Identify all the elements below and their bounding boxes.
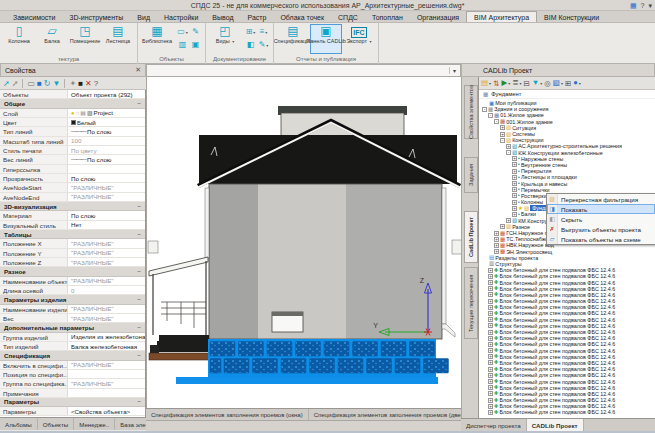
menu-tab-зависимости[interactable]: Зависимости xyxy=(6,11,62,22)
current-element-row[interactable]: ▦ Фундамент xyxy=(479,90,655,99)
views-button[interactable]: ◰Виды ▾ xyxy=(209,24,241,54)
object-block-icon[interactable]: ▣ xyxy=(189,38,202,51)
menu-tab-облака-точек[interactable]: Облака точек xyxy=(273,11,331,22)
collapse-icon[interactable]: − xyxy=(137,231,141,238)
property-value[interactable]: 0 xyxy=(68,286,145,294)
select-add-icon[interactable]: ➚ xyxy=(3,78,10,89)
property-value[interactable]: ———По слою xyxy=(68,155,145,163)
property-value[interactable]: "РАЗЛИЧНЫЕ" xyxy=(68,193,145,201)
collapse-all-icon[interactable]: ⊟ xyxy=(524,78,530,89)
stair-button[interactable]: ▤Лестница xyxy=(102,24,134,54)
property-value[interactable] xyxy=(68,370,145,378)
foundation-block[interactable] xyxy=(224,359,249,374)
context-menu-item-выгрузить-объекты-проекта[interactable]: ✗Выгрузить объекты проекта xyxy=(547,224,655,234)
expand-icon[interactable]: + xyxy=(512,162,517,167)
expand-icon[interactable]: + xyxy=(488,330,493,335)
tree-row-fbs[interactable]: +✚Блок бетонный для стен подвалов ФБС 12… xyxy=(479,409,655,415)
foundation-block[interactable] xyxy=(210,359,221,374)
expand-icon[interactable]: + xyxy=(500,132,505,137)
expand-icon[interactable]: + xyxy=(488,391,493,396)
expand-icon[interactable]: + xyxy=(512,169,517,174)
menu-tab-настройки[interactable]: Настройки xyxy=(157,11,205,22)
expand-icon[interactable]: ⊞ xyxy=(565,78,571,89)
beam-button[interactable]: ▱Балка xyxy=(36,24,68,54)
expand-icon[interactable]: + xyxy=(488,274,493,279)
side-tab-свойства-элементов[interactable]: Свойства элементов xyxy=(464,85,478,139)
foundation-block[interactable] xyxy=(381,342,406,357)
property-value[interactable]: "РАЗЛИЧНЫЕ" xyxy=(68,239,145,247)
property-value[interactable]: По слою xyxy=(68,211,145,219)
menu-tab-bim-архитектура[interactable]: BIM Архитектура xyxy=(466,11,537,22)
collapse-icon[interactable]: − xyxy=(137,398,141,405)
tab-cadlib-проект[interactable]: CADLib Проект xyxy=(527,419,584,431)
property-value[interactable]: "РАЗЛИЧНЫЕ" xyxy=(68,361,145,369)
object-panel-icon[interactable]: ▥ xyxy=(176,38,189,51)
help-icon[interactable]: ? xyxy=(94,78,98,89)
menu-tab-вывод[interactable]: Вывод xyxy=(205,11,240,22)
property-value[interactable]: 100 xyxy=(68,137,145,145)
property-value[interactable]: "РАЗЛИЧНЫЕ" xyxy=(68,249,145,257)
export-ifc-button[interactable]: IFCЭкспорт ▾ xyxy=(343,24,375,54)
expand-icon[interactable]: + xyxy=(488,323,493,328)
help-button[interactable]: ? xyxy=(641,2,645,9)
menu-tab-топоплан[interactable]: Топоплан xyxy=(365,11,410,22)
expand-icon[interactable]: + xyxy=(488,336,493,341)
specifications-button[interactable]: ▤Спецификации xyxy=(277,24,309,54)
collapse-icon[interactable]: - xyxy=(500,138,505,143)
foundation-block[interactable] xyxy=(424,359,449,374)
close-icon[interactable]: ✕ xyxy=(135,66,141,74)
context-menu-item-скрыть[interactable]: ◧Скрыть xyxy=(547,214,655,224)
section-icon[interactable]: ◧ xyxy=(244,38,257,51)
expand-icon[interactable]: + xyxy=(500,125,505,130)
cadlib-panel-button[interactable]: ▣Панель CADLib xyxy=(310,24,342,54)
expand-icon[interactable]: + xyxy=(512,175,517,180)
expand-icon[interactable]: + xyxy=(512,200,517,205)
collapse-icon[interactable]: − xyxy=(137,324,141,331)
expand-icon[interactable]: + xyxy=(488,268,493,273)
foundation-block[interactable] xyxy=(310,359,335,374)
expand-icon[interactable]: + xyxy=(506,144,511,149)
expand-icon[interactable]: + xyxy=(488,286,493,291)
expand-icon[interactable]: + xyxy=(488,367,493,372)
layout-icon[interactable]: ≡▾ xyxy=(257,25,270,38)
sync-icon[interactable]: ⇅ xyxy=(493,78,499,89)
expand-icon[interactable]: + xyxy=(494,237,499,242)
side-tab-текущие-пересечения[interactable]: Текущие пересечения xyxy=(464,267,478,339)
collapse-icon[interactable]: − xyxy=(137,100,141,107)
tab-диспетчер-проекта[interactable]: Диспетчер проекта xyxy=(461,419,527,431)
foundation-block[interactable] xyxy=(353,342,378,357)
library-button[interactable]: ▦Библиотека xyxy=(141,24,173,54)
side-tab-cadlib-проект[interactable]: CadLib Проект xyxy=(464,211,478,263)
context-menu-item-показать[interactable]: ◨Показать xyxy=(547,204,655,214)
collapse-icon[interactable]: − xyxy=(137,203,141,210)
expand-icon[interactable]: + xyxy=(488,410,493,415)
expand-icon[interactable]: + xyxy=(494,231,499,236)
room-button[interactable]: ◳Помещение xyxy=(69,24,101,54)
property-value[interactable]: Балка железобетонная xyxy=(68,342,145,350)
tree-mode-icon[interactable]: ≣▾ xyxy=(512,77,521,89)
drawing-view-combo[interactable]: ▾ xyxy=(146,64,461,77)
foundation-block[interactable] xyxy=(267,342,292,357)
context-menu-item-показать-объекты-на-схеме[interactable]: ▱Показать объекты на схеме xyxy=(547,234,655,244)
expand-icon[interactable]: + xyxy=(500,224,505,229)
expand-icon[interactable]: + xyxy=(488,373,493,378)
expand-icon[interactable]: + xyxy=(494,249,499,254)
property-value[interactable]: <Свойства объекта> xyxy=(68,407,145,415)
expand-icon[interactable]: + xyxy=(488,379,493,384)
color-block-icon[interactable]: ■ xyxy=(37,78,42,89)
property-value[interactable]: Изделия из железобетона xyxy=(68,333,145,341)
swatch-icon[interactable]: ■ xyxy=(78,78,83,89)
expand-icon[interactable]: + xyxy=(488,292,493,297)
settings-icon[interactable]: ●▾ xyxy=(573,77,581,89)
foundation-block[interactable] xyxy=(395,359,420,374)
menu-tab-3d-инструменты[interactable]: 3D-инструменты xyxy=(62,11,130,22)
tab-спецификация-элементов-заполнения-проемов-окна[interactable]: Спецификация элементов заполнения проемо… xyxy=(146,409,309,420)
collapse-icon[interactable]: - xyxy=(494,119,499,124)
expand-icon[interactable]: + xyxy=(488,385,493,390)
collapse-icon[interactable]: − xyxy=(137,268,141,275)
foundation-block[interactable] xyxy=(253,359,278,374)
collapse-icon[interactable]: − xyxy=(137,352,141,359)
expand-icon[interactable]: + xyxy=(488,360,493,365)
select-icon[interactable]: ➚ xyxy=(12,78,19,89)
property-value[interactable] xyxy=(68,389,145,397)
